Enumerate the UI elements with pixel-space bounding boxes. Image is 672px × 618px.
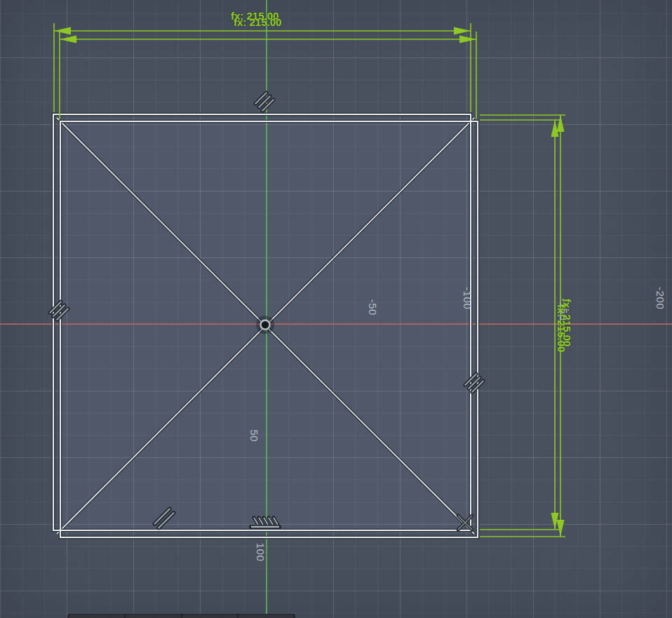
bottom-toolbar-edge[interactable] xyxy=(67,614,295,618)
x-axis-tick-minus100: -100 xyxy=(462,287,473,309)
x-axis-tick-minus200: -200 xyxy=(654,287,666,309)
toolbar-button-edge[interactable] xyxy=(238,614,293,618)
vertical-dimension[interactable] xyxy=(480,115,565,537)
symmetry-constraint-icon-bottom-center[interactable] xyxy=(251,518,279,527)
y-axis-tick-50: 50 xyxy=(248,429,260,442)
cad-sketch-viewport[interactable]: -50 -100 -150 -200 50 100 fx: 215.00 fx:… xyxy=(0,0,672,618)
horizontal-dimension[interactable] xyxy=(54,23,476,119)
x-axis-tick-minus50: -50 xyxy=(367,299,379,315)
toolbar-button-edge[interactable] xyxy=(182,614,237,618)
collinear-constraint-icon-top[interactable] xyxy=(255,93,273,110)
toolbar-button-edge[interactable] xyxy=(126,614,180,618)
toolbar-button-edge[interactable] xyxy=(69,614,124,618)
y-axis-tick-100: 100 xyxy=(255,543,267,562)
horizontal-dimension-value-overlap[interactable]: fx: 215.00 xyxy=(234,16,281,28)
origin-point[interactable] xyxy=(256,316,274,334)
vertical-dimension-value-overlap[interactable]: fx: 215.00 xyxy=(556,304,567,352)
